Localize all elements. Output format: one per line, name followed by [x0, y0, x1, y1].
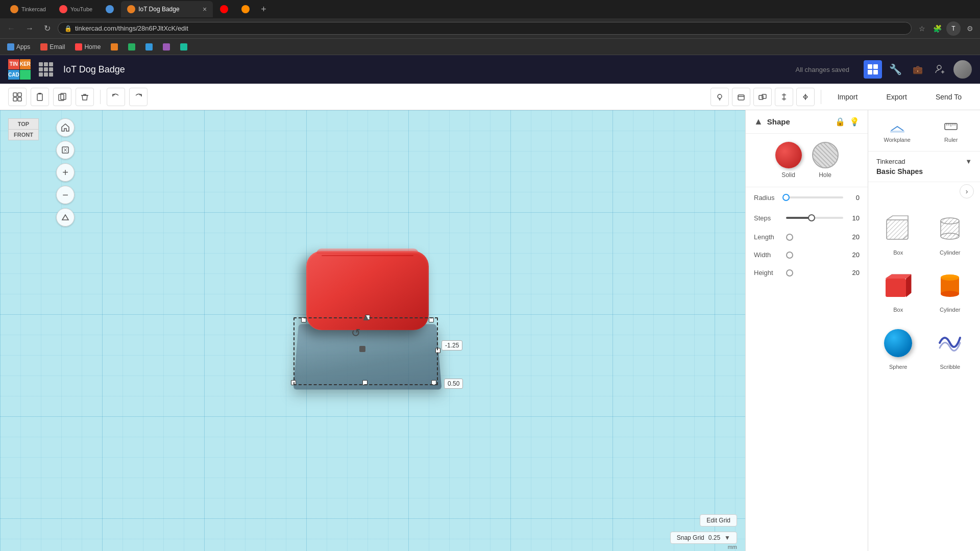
bookmark-email[interactable]: Email	[37, 42, 68, 52]
shape-item-scribble[interactable]: Scribble	[926, 321, 974, 374]
radius-slider-container[interactable]	[786, 192, 843, 203]
add-person-icon[interactable]	[931, 60, 949, 79]
back-button[interactable]: ←	[4, 22, 18, 35]
tab-item[interactable]	[214, 1, 234, 17]
tools-icon[interactable]: 🔧	[886, 60, 904, 79]
ssl-icon: 🔒	[64, 25, 72, 32]
delete-button[interactable]	[76, 88, 94, 106]
grid-cell	[44, 72, 48, 77]
tab-item[interactable]: YouTube	[53, 1, 99, 17]
zoom-in-button[interactable]: +	[56, 163, 75, 182]
hole-option[interactable]: Hole	[812, 142, 839, 179]
shape-label-scribble: Scribble	[940, 364, 960, 370]
settings-gear-icon[interactable]: ⚙	[964, 22, 976, 35]
selection-handle-tl[interactable]	[301, 317, 306, 322]
import-button[interactable]: Import	[827, 89, 868, 105]
sendto-button[interactable]: Send To	[925, 89, 972, 105]
address-bar[interactable]: 🔒 tinkercad.com/things/28n6PJltXcK/edit	[58, 22, 912, 35]
bm-icon-5	[180, 43, 187, 51]
tab-item[interactable]	[100, 1, 120, 17]
bookmark-extra-4[interactable]	[160, 42, 173, 52]
shape-label-sphere-blue: Sphere	[889, 364, 907, 370]
viewport[interactable]: TOP FRONT + −	[0, 110, 745, 551]
briefcase-icon[interactable]: 💼	[909, 60, 927, 79]
bookmark-extra-5[interactable]	[177, 42, 190, 52]
project-name[interactable]: IoT Dog Badge	[63, 64, 125, 75]
ruler-tool[interactable]: Ruler	[926, 114, 976, 147]
undo-button[interactable]	[107, 88, 125, 106]
bookmark-apps[interactable]: Apps	[4, 42, 33, 52]
edit-grid-button[interactable]: Edit Grid	[700, 514, 737, 527]
dropdown-arrow-icon[interactable]: ▼	[965, 158, 972, 165]
panel-collapse-icon[interactable]: ▲	[754, 116, 763, 127]
lock-icon[interactable]: 🔒	[835, 117, 845, 127]
width-input-circle[interactable]	[786, 252, 793, 259]
bookmark-extra-1[interactable]	[108, 42, 121, 52]
view-cube-top[interactable]: TOP	[8, 118, 39, 129]
radius-row: Radius 0	[746, 187, 868, 208]
view-grid-icon[interactable]	[864, 60, 882, 79]
center-handle[interactable]	[359, 346, 365, 352]
rotate-handle[interactable]: ↺	[351, 327, 360, 340]
tab-item[interactable]	[235, 1, 256, 17]
tinkercad-logo[interactable]: TIN KER CAD	[8, 59, 29, 80]
new-shape-button[interactable]	[8, 88, 27, 106]
align-icon[interactable]	[775, 88, 793, 106]
refresh-button[interactable]: ↻	[41, 21, 54, 35]
light-icon[interactable]: 💡	[849, 117, 860, 127]
shape-item-box-gray[interactable]: Box	[874, 207, 922, 260]
toolbar: Import Export Send To	[0, 84, 980, 110]
bookmark-extra-2[interactable]	[125, 42, 138, 52]
shape-item-box-red[interactable]: Box	[874, 264, 922, 317]
scroll-more: ›	[868, 182, 980, 201]
solid-option[interactable]: Solid	[775, 142, 802, 179]
logo-tin: TIN	[8, 59, 19, 69]
perspective-button[interactable]	[56, 208, 75, 227]
shape-item-cylinder-orange[interactable]: Cylinder	[926, 264, 974, 317]
workplane-tool[interactable]: Workplane	[872, 114, 922, 147]
bookmark-star-icon[interactable]: ☆	[916, 22, 928, 35]
paste-button[interactable]	[31, 88, 49, 106]
view-cube[interactable]: TOP FRONT	[8, 118, 49, 164]
copy-button[interactable]	[53, 88, 71, 106]
redo-button[interactable]	[129, 88, 148, 106]
selection-handle-br[interactable]	[431, 380, 436, 385]
new-tab-button[interactable]: +	[257, 1, 271, 17]
selection-handle-bl[interactable]	[291, 380, 296, 385]
selection-handle-rc[interactable]	[435, 348, 440, 353]
fit-all-button[interactable]	[56, 141, 75, 159]
minus-icon: −	[62, 190, 68, 200]
scroll-right-button[interactable]: ›	[960, 184, 974, 198]
length-input-circle[interactable]	[786, 234, 793, 241]
profile-icon[interactable]: T	[946, 21, 961, 36]
shape-item-cylinder-gray[interactable]: Cylinder	[926, 207, 974, 260]
sphere-visual	[884, 329, 912, 357]
group-icon[interactable]	[753, 88, 772, 106]
tab-close-button[interactable]: ×	[203, 5, 207, 13]
shape-item-sphere-blue[interactable]: Sphere	[874, 321, 922, 374]
bookmark-label: Email	[50, 43, 65, 51]
up-arrow-handle[interactable]: ▲	[361, 312, 371, 323]
zoom-out-button[interactable]: −	[56, 186, 75, 204]
mm-label: mm	[728, 544, 737, 550]
bookmark-extra-3[interactable]	[142, 42, 156, 52]
tab-active[interactable]: IoT Dog Badge ×	[121, 1, 213, 17]
view-cube-front[interactable]: FRONT	[8, 129, 39, 140]
object-icon[interactable]	[732, 88, 750, 106]
mirror-icon[interactable]	[796, 88, 815, 106]
forward-button[interactable]: →	[22, 22, 37, 35]
selection-handle-bc[interactable]	[362, 380, 368, 385]
extensions-puzzle-icon[interactable]: 🧩	[931, 22, 943, 35]
steps-slider-container[interactable]	[786, 213, 843, 223]
selection-handle-tr[interactable]	[429, 317, 434, 322]
home-view-button[interactable]	[56, 118, 75, 137]
user-avatar[interactable]	[953, 60, 972, 79]
height-input-circle[interactable]	[786, 269, 793, 277]
grid-menu-icon[interactable]	[39, 62, 53, 77]
bookmark-label: Home	[84, 43, 101, 51]
export-button[interactable]: Export	[876, 89, 917, 105]
light-bulb-icon[interactable]	[710, 88, 729, 106]
tab-item[interactable]: Tinkercad	[4, 1, 52, 17]
bookmark-home[interactable]: Home	[72, 42, 104, 52]
snap-dropdown-icon[interactable]: ▼	[724, 534, 730, 541]
